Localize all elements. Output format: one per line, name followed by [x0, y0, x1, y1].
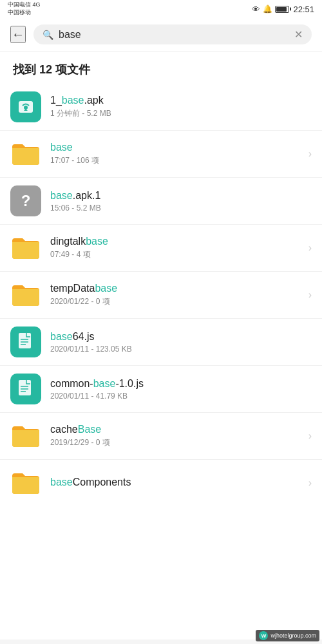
list-item[interactable]: cacheBase 2019/12/29 - 0 项 › [0, 413, 322, 460]
status-icons: 👁 🔔 22:51 [252, 5, 314, 14]
chevron-right-icon: › [308, 242, 312, 254]
name-highlight: base [50, 477, 73, 488]
name-suffix: -1.0.js [115, 378, 144, 389]
name-prefix: dingtalk [50, 236, 86, 247]
file-list: 1_base.apk 1 分钟前 - 5.2 MB base 17:07 - 1… [0, 84, 322, 639]
chevron-right-icon: › [308, 289, 312, 301]
carrier2: 中国移动 [8, 9, 41, 17]
file-meta: 1 分钟前 - 5.2 MB [50, 108, 312, 119]
file-icon-folder [10, 138, 41, 169]
file-icon-doc [10, 374, 41, 404]
name-suffix: Components [73, 477, 131, 488]
file-meta: 2020/01/11 - 123.05 KB [50, 345, 312, 354]
list-item[interactable]: dingtalkbase 07:49 - 4 项 › [0, 225, 322, 272]
file-name: base [50, 142, 299, 153]
file-icon-apk [10, 91, 41, 122]
file-icon-folder [10, 232, 41, 263]
list-item[interactable]: baseComponents › [0, 460, 322, 506]
battery-icon [275, 6, 289, 13]
list-item[interactable]: common-base-1.0.js 2020/01/11 - 41.79 KB [0, 366, 322, 413]
name-highlight: base [62, 95, 84, 106]
search-icon: 🔍 [43, 30, 53, 40]
name-highlight: base [50, 190, 73, 201]
file-meta: 07:49 - 4 项 [50, 249, 299, 260]
file-meta: 17:07 - 106 项 [50, 155, 299, 166]
chevron-right-icon: › [308, 430, 312, 442]
file-name: cacheBase [50, 424, 299, 435]
file-meta: 2020/01/22 - 0 项 [50, 296, 299, 307]
file-name: dingtalkbase [50, 236, 299, 247]
watermark-text: wjhotelgroup.com [270, 632, 316, 639]
status-bar: 中国电信 4G 中国移动 👁 🔔 22:51 [0, 0, 322, 18]
back-button[interactable]: ← [10, 26, 26, 43]
time: 22:51 [293, 5, 314, 14]
file-name: tempDatabase [50, 283, 299, 294]
file-meta: 2019/12/29 - 0 项 [50, 437, 299, 448]
file-icon-folder [10, 279, 41, 310]
name-suffix: 64.js [73, 331, 95, 342]
file-info: common-base-1.0.js 2020/01/11 - 41.79 KB [50, 378, 312, 401]
file-info: tempDatabase 2020/01/22 - 0 项 [50, 283, 299, 307]
file-name: baseComponents [50, 477, 299, 488]
carrier-info: 中国电信 4G 中国移动 [8, 1, 41, 16]
clear-button[interactable]: ✕ [294, 28, 303, 41]
file-name: base64.js [50, 331, 312, 343]
file-info: base.apk.1 15:06 - 5.2 MB [50, 190, 312, 213]
watermark-logo: W [259, 631, 268, 640]
svg-rect-6 [19, 380, 31, 395]
name-highlight: base [93, 378, 116, 389]
name-highlight: base [50, 142, 73, 153]
svg-rect-2 [19, 333, 31, 348]
file-icon-unknown: ? [10, 185, 41, 216]
name-highlight: base [50, 331, 73, 342]
list-item[interactable]: tempDatabase 2020/01/22 - 0 项 › [0, 272, 322, 319]
file-name: common-base-1.0.js [50, 378, 312, 390]
list-item[interactable]: ? base.apk.1 15:06 - 5.2 MB [0, 178, 322, 225]
eye-icon: 👁 [252, 5, 260, 14]
name-prefix: 1_ [50, 95, 62, 106]
result-count: 找到 12 项文件 [0, 52, 322, 84]
file-icon-doc [10, 327, 41, 357]
name-suffix: .apk [84, 95, 104, 106]
chevron-right-icon: › [308, 477, 312, 489]
search-input[interactable] [59, 29, 289, 41]
file-meta: 2020/01/11 - 41.79 KB [50, 392, 312, 401]
name-prefix: tempData [50, 283, 95, 294]
file-name: base.apk.1 [50, 190, 312, 202]
name-prefix: common- [50, 378, 93, 389]
file-info: base 17:07 - 106 项 [50, 142, 299, 166]
file-info: dingtalkbase 07:49 - 4 项 [50, 236, 299, 260]
file-icon-folder [10, 468, 41, 498]
carrier1: 中国电信 4G [8, 1, 41, 9]
file-info: baseComponents [50, 477, 299, 490]
list-item[interactable]: base64.js 2020/01/11 - 123.05 KB [0, 319, 322, 366]
list-item[interactable]: 1_base.apk 1 分钟前 - 5.2 MB [0, 84, 322, 131]
bell-icon: 🔔 [263, 5, 272, 14]
name-highlight: base [95, 283, 117, 294]
file-icon-folder [10, 421, 41, 451]
watermark: W wjhotelgroup.com [256, 630, 319, 641]
file-meta: 15:06 - 5.2 MB [50, 204, 312, 213]
name-highlight: Base [78, 424, 101, 435]
list-item[interactable]: base 17:07 - 106 项 › [0, 131, 322, 178]
name-suffix: .apk.1 [73, 190, 101, 201]
name-highlight: base [86, 236, 108, 247]
search-bar: ← 🔍 ✕ [0, 18, 322, 52]
search-input-wrapper: 🔍 ✕ [33, 24, 312, 44]
name-prefix: cache [50, 424, 78, 435]
chevron-right-icon: › [308, 148, 312, 160]
file-info: cacheBase 2019/12/29 - 0 项 [50, 424, 299, 448]
file-info: base64.js 2020/01/11 - 123.05 KB [50, 331, 312, 354]
file-info: 1_base.apk 1 分钟前 - 5.2 MB [50, 95, 312, 119]
file-name: 1_base.apk [50, 95, 312, 106]
